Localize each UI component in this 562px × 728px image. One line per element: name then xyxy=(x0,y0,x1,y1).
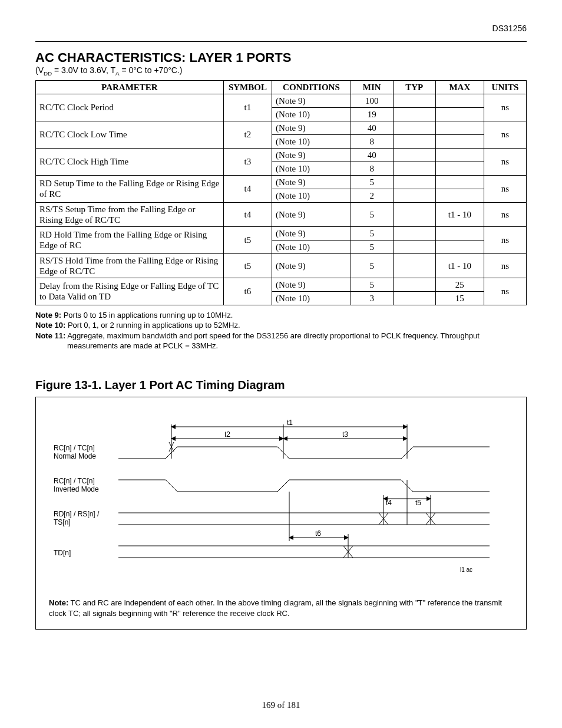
cell-conditions: (Note 9) xyxy=(272,202,351,226)
cell-conditions: (Note 9) xyxy=(272,278,351,291)
cell-symbol: t6 xyxy=(223,278,272,305)
cell-typ xyxy=(393,253,435,278)
cell-min: 8 xyxy=(351,134,393,148)
cell-max xyxy=(435,226,484,240)
cell-typ xyxy=(393,202,435,226)
cell-conditions: (Note 9) xyxy=(272,148,351,162)
table-row: RC/TC Clock High Timet3(Note 9)40ns xyxy=(36,148,527,162)
cell-min: 5 xyxy=(351,202,393,226)
cell-parameter: RD Hold Time from the Falling Edge or Ri… xyxy=(36,226,224,253)
table-row: RD Hold Time from the Falling Edge or Ri… xyxy=(36,226,527,240)
cell-min: 8 xyxy=(351,162,393,175)
cell-units: ns xyxy=(484,278,526,305)
signal-label-rc-tc-inverted: RC[n] / TC[n]Inverted Mode xyxy=(54,477,110,494)
cell-parameter: RD Setup Time to the Falling Edge or Ris… xyxy=(36,175,224,202)
cell-min: 40 xyxy=(351,148,393,162)
cell-typ xyxy=(393,148,435,162)
cell-typ xyxy=(393,94,435,107)
col-conditions: CONDITIONS xyxy=(272,80,351,94)
cell-conditions: (Note 9) xyxy=(272,94,351,107)
cell-conditions: (Note 9) xyxy=(272,121,351,134)
cell-parameter: RS/TS Hold Time from the Falling Edge or… xyxy=(36,253,224,278)
cell-conditions: (Note 10) xyxy=(272,291,351,305)
cell-max: t1 - 10 xyxy=(435,202,484,226)
cell-symbol: t5 xyxy=(223,253,272,278)
section-title: AC CHARACTERISTICS: LAYER 1 PORTS xyxy=(35,50,527,65)
dim-t3: t3 xyxy=(342,430,348,439)
col-parameter: PARAMETER xyxy=(36,80,224,94)
cell-max xyxy=(435,148,484,162)
cell-min: 2 xyxy=(351,189,393,202)
col-symbol: SYMBOL xyxy=(223,80,272,94)
col-max: MAX xyxy=(435,80,484,94)
dim-t4: t4 xyxy=(386,499,392,507)
timing-diagram: RC[n] / TC[n]Normal Mode RC[n] / TC[n]In… xyxy=(54,413,513,589)
figure-title: Figure 13-1. Layer 1 Port AC Timing Diag… xyxy=(35,378,527,392)
signal-label-rd-rs-ts: RD[n] / RS[n] /TS[n] xyxy=(54,510,110,527)
cell-typ xyxy=(393,240,435,253)
cell-conditions: (Note 9) xyxy=(272,226,351,240)
table-notes: Note 9: Ports 0 to 15 in applications ru… xyxy=(35,310,527,351)
cell-conditions: (Note 10) xyxy=(272,162,351,175)
col-typ: TYP xyxy=(393,80,435,94)
cell-max xyxy=(435,175,484,189)
table-row: RS/TS Setup Time from the Falling Edge o… xyxy=(36,202,527,226)
page-number: 169 of 181 xyxy=(0,700,562,710)
cell-typ xyxy=(393,134,435,148)
cell-max xyxy=(435,107,484,121)
cell-conditions: (Note 9) xyxy=(272,175,351,189)
cell-min: 5 xyxy=(351,278,393,291)
figure-note: Note: TC and RC are independent of each … xyxy=(49,598,513,618)
table-row: RD Setup Time to the Falling Edge or Ris… xyxy=(36,175,527,189)
cell-min: 5 xyxy=(351,175,393,189)
cell-min: 19 xyxy=(351,107,393,121)
cell-typ xyxy=(393,121,435,134)
cell-typ xyxy=(393,162,435,175)
col-min: MIN xyxy=(351,80,393,94)
cell-units: ns xyxy=(484,253,526,278)
cell-units: ns xyxy=(484,121,526,148)
diagram-corner-label: l1 ac xyxy=(460,566,472,573)
cell-conditions: (Note 10) xyxy=(272,189,351,202)
cell-typ xyxy=(393,278,435,291)
dim-t5: t5 xyxy=(415,499,421,507)
cell-max xyxy=(435,134,484,148)
dim-t1: t1 xyxy=(287,419,293,427)
cell-typ xyxy=(393,291,435,305)
cell-typ xyxy=(393,189,435,202)
cell-max xyxy=(435,94,484,107)
cell-conditions: (Note 10) xyxy=(272,107,351,121)
cell-max xyxy=(435,189,484,202)
cell-units: ns xyxy=(484,202,526,226)
figure-note-label: Note: xyxy=(49,598,68,607)
cell-max: 15 xyxy=(435,291,484,305)
table-row: RC/TC Clock Low Timet2(Note 9)40ns xyxy=(36,121,527,134)
cell-max xyxy=(435,162,484,175)
cell-units: ns xyxy=(484,175,526,202)
cell-units: ns xyxy=(484,226,526,253)
table-row: Delay from the Rising Edge or Falling Ed… xyxy=(36,278,527,291)
cell-conditions: (Note 10) xyxy=(272,240,351,253)
cell-units: ns xyxy=(484,94,526,121)
cell-min: 5 xyxy=(351,240,393,253)
timing-diagram-box: RC[n] / TC[n]Normal Mode RC[n] / TC[n]In… xyxy=(35,397,527,630)
cell-symbol: t5 xyxy=(223,226,272,253)
cell-parameter: RS/TS Setup Time from the Falling Edge o… xyxy=(36,202,224,226)
cell-min: 5 xyxy=(351,253,393,278)
table-row: RS/TS Hold Time from the Falling Edge or… xyxy=(36,253,527,278)
cell-conditions: (Note 9) xyxy=(272,253,351,278)
cell-max xyxy=(435,240,484,253)
ac-characteristics-table: PARAMETER SYMBOL CONDITIONS MIN TYP MAX … xyxy=(35,80,527,305)
figure-note-text: TC and RC are independent of each other.… xyxy=(49,598,502,618)
operating-conditions: (VDD = 3.0V to 3.6V, TA = 0°C to +70°C.) xyxy=(35,65,527,77)
cell-units: ns xyxy=(484,148,526,175)
cell-symbol: t1 xyxy=(223,94,272,121)
cell-min: 100 xyxy=(351,94,393,107)
cell-typ xyxy=(393,107,435,121)
document-code: DS31256 xyxy=(35,24,527,33)
cell-parameter: RC/TC Clock Low Time xyxy=(36,121,224,148)
cell-typ xyxy=(393,175,435,189)
cell-parameter: RC/TC Clock Period xyxy=(36,94,224,121)
cell-parameter: RC/TC Clock High Time xyxy=(36,148,224,175)
cell-max: t1 - 10 xyxy=(435,253,484,278)
